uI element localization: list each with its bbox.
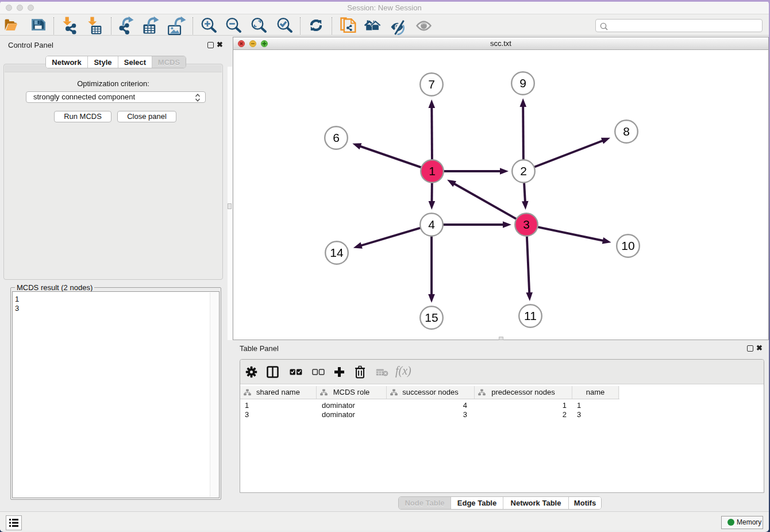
svg-text:6: 6 — [333, 131, 340, 144]
svg-text:11: 11 — [524, 309, 537, 322]
svg-text:4: 4 — [428, 218, 435, 231]
svg-text:1: 1 — [429, 164, 436, 178]
svg-text:7: 7 — [428, 78, 435, 91]
svg-text:15: 15 — [425, 311, 438, 324]
svg-text:3: 3 — [523, 218, 530, 231]
svg-text:10: 10 — [621, 239, 634, 252]
svg-text:14: 14 — [330, 246, 344, 259]
svg-text:9: 9 — [519, 76, 526, 90]
svg-text:8: 8 — [623, 125, 630, 138]
svg-text:2: 2 — [520, 164, 527, 178]
